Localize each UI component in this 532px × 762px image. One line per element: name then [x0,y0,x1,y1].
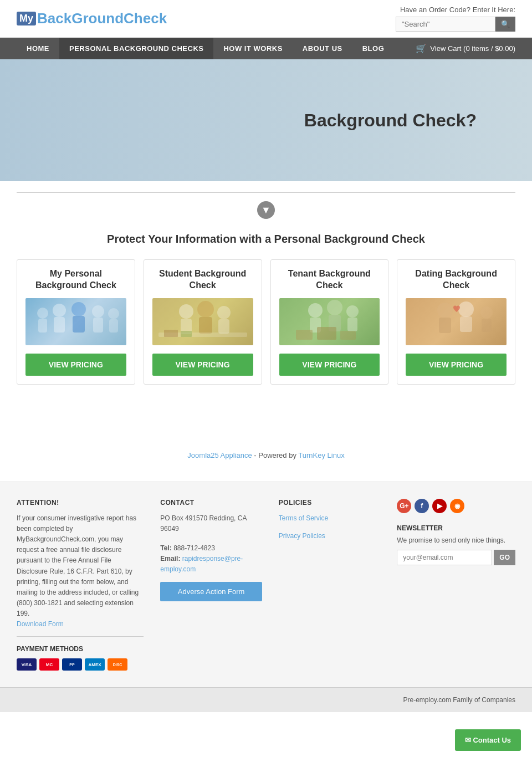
card-dating: Dating Background Check View Pricing [397,259,515,385]
social-fb-icon[interactable]: f [415,499,429,513]
svg-rect-18 [181,331,192,337]
powered-by: Joomla25 Appliance - Powered by TurnKey … [0,440,532,471]
svg-point-0 [37,308,48,319]
footer-tel: Tel: 888-712-4823 [160,543,262,554]
spacer [0,407,532,440]
divider-line [17,192,515,193]
svg-point-6 [92,305,104,318]
svg-rect-24 [347,318,357,331]
svg-rect-9 [109,319,118,333]
svg-point-23 [346,305,359,318]
header-right: Have an Order Code? Enter It Here: 🔍 [396,6,515,32]
svg-rect-26 [317,327,336,340]
svg-rect-27 [340,331,356,340]
payment-visa-icon: VISA [17,658,37,671]
hero-banner: Background Check? [0,59,532,181]
newsletter-heading: NEWSLETTER [397,524,515,532]
svg-rect-5 [73,316,85,333]
header: My BackGroundCheck Have an Order Code? E… [0,0,532,38]
search-button[interactable]: 🔍 [495,17,515,32]
newsletter-email-input[interactable] [397,550,492,565]
svg-point-28 [437,303,453,318]
view-pricing-student[interactable]: View Pricing [152,354,253,376]
svg-rect-1 [38,319,47,333]
order-code-text: Have an Order Code? Enter It Here: [396,6,515,14]
social-gplus-icon[interactable]: G+ [397,499,411,513]
footer-bottom: Pre-employ.com Family of Companies [0,687,532,712]
footer-contact-heading: CONTACT [160,499,262,507]
payment-icons: VISA MC PP AMEX DISC [17,658,144,671]
view-pricing-personal[interactable]: View Pricing [25,354,126,376]
payment-heading: PAYMENT METHODS [17,645,144,653]
logo-text: BackGroundCheck [37,10,167,27]
nav-item-about-us[interactable]: ABOUT US [293,38,352,59]
divider-section: ▼ [0,181,532,224]
card-image-dating [406,298,507,345]
payment-mc-icon: MC [39,658,59,671]
dating-image-svg [406,299,506,344]
search-container: 🔍 [396,17,515,32]
payment-discover-icon: DISC [108,658,127,671]
newsletter-form: GO [397,550,515,565]
logo-my: My [17,12,36,25]
nav-cart[interactable]: 🛒 View Cart (0 items / $0.00) [416,43,515,54]
card-image-tenant [279,298,380,345]
footer-policies-col: POLICIES Terms of Service Privacy Polici… [279,499,380,671]
view-pricing-tenant[interactable]: View Pricing [279,354,380,376]
card-title-personal: My Personal Background Check [25,268,126,291]
social-yt-icon[interactable]: ▶ [432,499,447,513]
social-icons: G+ f ▶ ◉ [397,499,515,513]
svg-rect-29 [439,318,451,333]
card-student: Student Background Check View Pricing [144,259,262,385]
joomla-link[interactable]: Joomla25 Appliance [187,451,252,459]
down-arrow-icon: ▼ [257,201,275,219]
payment-paypal-icon: PP [62,658,82,671]
svg-rect-15 [218,319,229,334]
footer-divider [17,636,144,637]
svg-rect-31 [460,316,472,332]
footer-attention-col: ATTENTION! If your consumer investigativ… [17,499,144,671]
nav-left: HOME PERSONAL BACKGROUND CHECKS HOW IT W… [17,38,394,59]
privacy-policies-link[interactable]: Privacy Policies [279,532,325,540]
svg-rect-33 [482,319,492,332]
card-personal: My Personal Background Check View Pricin… [17,259,135,385]
svg-point-30 [458,301,474,317]
hero-title: Background Check? [0,110,499,131]
svg-rect-3 [54,317,65,333]
footer-address: PO Box 491570 Redding, CA 96049 [160,513,262,534]
svg-rect-25 [296,330,313,340]
newsletter-text: We promise to send only nice things. [397,536,515,544]
download-form-link[interactable]: Download Form [17,620,64,628]
terms-of-service-link[interactable]: Terms of Service [279,514,328,522]
svg-point-4 [71,302,86,316]
nav-item-blog[interactable]: BLOG [352,38,395,59]
nav-item-home[interactable]: HOME [17,38,59,59]
payment-amex-icon: AMEX [85,658,105,671]
card-title-tenant: Tenant Background Check [279,268,380,291]
social-rss-icon[interactable]: ◉ [450,499,464,513]
powered-by-text: - Powered by [254,451,298,459]
cards-container: My Personal Background Check View Pricin… [0,259,532,407]
search-input[interactable] [396,17,495,32]
card-image-student [152,298,253,345]
turnkey-link[interactable]: TurnKey Linux [298,451,344,459]
svg-point-2 [53,304,66,317]
nav-item-how-it-works[interactable]: HOW IT WORKS [213,38,292,59]
newsletter-submit-btn[interactable]: GO [494,550,515,565]
svg-point-14 [217,306,231,319]
footer: ATTENTION! If your consumer investigativ… [0,482,532,688]
view-pricing-dating[interactable]: View Pricing [406,354,507,376]
svg-point-8 [108,308,119,319]
adverse-action-btn[interactable]: Adverse Action Form [160,582,262,601]
footer-contact-col: CONTACT PO Box 491570 Redding, CA 96049 … [160,499,262,671]
card-tenant: Tenant Background Check View Pricing [270,259,389,385]
cart-icon: 🛒 [416,43,427,54]
nav-item-personal-bg-checks[interactable]: PERSONAL BACKGROUND CHECKS [59,38,213,59]
svg-point-32 [480,306,493,319]
footer-attention-heading: ATTENTION! [17,499,144,507]
svg-rect-17 [164,330,178,337]
card-image-personal [25,298,126,345]
logo[interactable]: My BackGroundCheck [17,10,167,27]
svg-rect-7 [93,318,103,333]
svg-point-21 [327,300,342,315]
